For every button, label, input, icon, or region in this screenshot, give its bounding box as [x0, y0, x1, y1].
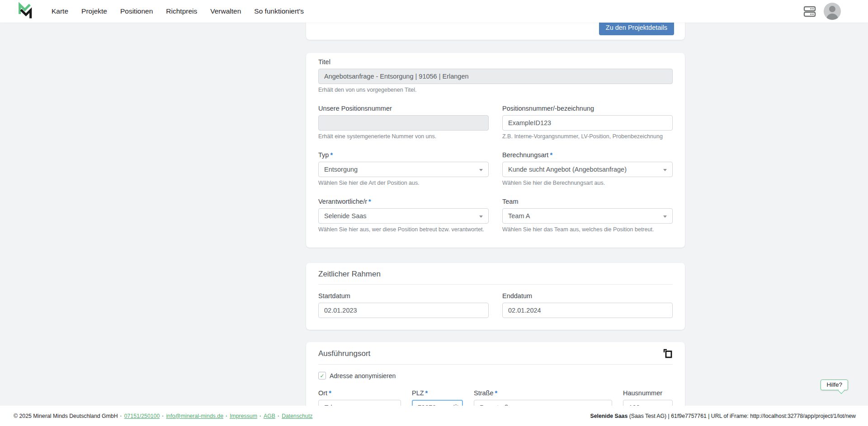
nav-item-karte[interactable]: Karte: [52, 7, 68, 15]
unsere-positionsnummer-field: Unsere Positionsnummer Erhält eine syste…: [318, 105, 489, 140]
copy-icon[interactable]: [663, 349, 673, 359]
berechnungsart-selected-value: Kunde sucht Angebot (Angebotsanfrage): [508, 166, 627, 173]
avatar-head: [829, 6, 835, 12]
verantwortliche-helper: Wählen Sie hier aus, wer diese Position …: [318, 226, 489, 233]
separator: ·: [259, 413, 261, 419]
nav-item-verwalten[interactable]: Verwalten: [210, 7, 241, 15]
required-marker: *: [330, 151, 333, 159]
team-select[interactable]: Team A: [502, 208, 673, 224]
help-bubble[interactable]: Hilfe?: [821, 379, 848, 390]
session-info: Selenide Saas (Saas Test AG) | 61f9e7757…: [590, 413, 856, 419]
required-marker: *: [329, 389, 331, 397]
avatar-body: [826, 14, 838, 20]
agb-link[interactable]: AGB: [264, 413, 275, 419]
berechnungsart-helper: Wählen Sie hier die Berechnungsart aus.: [502, 180, 673, 186]
anonymize-checkbox-row[interactable]: ✓ Adresse anonymisieren: [318, 372, 673, 379]
strasse-field: Straße*: [474, 389, 612, 406]
timeframe-title: Zeitlicher Rahmen: [318, 270, 673, 279]
startdatum-input[interactable]: [318, 303, 489, 318]
separator: ·: [120, 413, 122, 419]
hausnummer-input[interactable]: [623, 400, 673, 406]
main-menu: Karte Projekte Positionen Richtpreis Ver…: [52, 7, 304, 15]
checkmark-icon: ✓: [320, 373, 324, 379]
berechnungsart-label: Berechnungsart*: [502, 151, 673, 159]
separator: ·: [226, 413, 227, 419]
anonymize-label: Adresse anonymisieren: [330, 372, 396, 379]
location-card: Ausführungsort ✓ Adresse anonymisieren: [306, 342, 685, 406]
positionsnummer-field: Positionsnummer/-bezeichnung Z.B. Intern…: [502, 105, 673, 140]
strasse-label: Straße*: [474, 389, 612, 397]
session-user-detail: (Saas Test AG) | 61f9e7757761 | URL of i…: [629, 413, 856, 419]
verantwortliche-label: Verantwortliche/r*: [318, 198, 489, 205]
separator: ·: [162, 413, 164, 419]
user-avatar-icon[interactable]: [824, 3, 841, 20]
typ-select[interactable]: Entsorgung: [318, 162, 489, 177]
typ-helper: Wählen Sie hier die Art der Position aus…: [318, 180, 489, 186]
help-label: Hilfe?: [826, 381, 842, 388]
unsere-positionsnummer-input: [318, 115, 489, 131]
project-banner-card: Zu den Projektdetails: [306, 23, 685, 40]
enddatum-input[interactable]: [502, 303, 673, 318]
strasse-input[interactable]: [474, 400, 612, 406]
berechnungsart-select[interactable]: Kunde sucht Angebot (Angebotsanfrage): [502, 162, 673, 177]
nav-item-positionen[interactable]: Positionen: [120, 7, 153, 15]
chevron-down-icon: [663, 169, 667, 171]
nav-item-so-funktionierts[interactable]: So funktioniert's: [254, 7, 304, 15]
typ-label: Typ*: [318, 151, 489, 159]
impressum-link[interactable]: Impressum: [230, 413, 257, 419]
timeframe-card: Zeitlicher Rahmen Startdatum Enddatum: [306, 263, 685, 330]
unsere-positionsnummer-helper: Erhält eine systemgenerierte Nummer von …: [318, 133, 489, 140]
verantwortliche-select[interactable]: Selenide Saas: [318, 208, 489, 224]
divider: [318, 364, 673, 365]
typ-selected-value: Entsorgung: [324, 166, 358, 173]
team-label: Team: [502, 198, 673, 205]
unsere-positionsnummer-label: Unsere Positionsnummer: [318, 105, 489, 112]
required-marker: *: [368, 198, 371, 205]
enddatum-label: Enddatum: [502, 292, 673, 300]
divider: [318, 284, 673, 285]
page-footer: © 2025 Mineral Minds Deutschland GmbH · …: [0, 406, 868, 426]
anonymize-checkbox[interactable]: ✓: [318, 372, 326, 379]
session-user-name: Selenide Saas: [590, 413, 628, 419]
required-marker: *: [550, 151, 552, 159]
ort-label: Ort*: [318, 389, 401, 397]
hausnummer-label: Hausnummer: [623, 389, 673, 397]
verantwortliche-selected-value: Selenide Saas: [324, 212, 367, 220]
positionsnummer-helper: Z.B. Interne-Vorgangsnummer, LV-Position…: [502, 133, 673, 140]
nav-item-projekte[interactable]: Projekte: [81, 7, 107, 15]
positionsnummer-label: Positionsnummer/-bezeichnung: [502, 105, 673, 112]
mineral-minds-logo-icon[interactable]: [16, 2, 33, 21]
titel-label: Titel: [318, 58, 673, 66]
chevron-down-icon: [479, 215, 483, 218]
positionsnummer-input[interactable]: [502, 115, 673, 131]
hausnummer-field: Hausnummer: [623, 389, 673, 406]
chevron-down-icon: [663, 215, 667, 218]
plz-label: PLZ*: [412, 389, 463, 397]
berechnungsart-field: Berechnungsart* Kunde sucht Angebot (Ang…: [502, 151, 673, 186]
titel-field: Titel Erhält den von uns vorgegebenen Ti…: [318, 58, 673, 93]
location-title: Ausführungsort: [318, 349, 370, 358]
server-rack-icon[interactable]: [803, 5, 816, 18]
team-field: Team Team A Wählen Sie hier das Team aus…: [502, 198, 673, 233]
team-helper: Wählen Sie hier das Team aus, welches di…: [502, 226, 673, 233]
nav-item-richtpreis[interactable]: Richtpreis: [166, 7, 197, 15]
separator: ·: [278, 413, 279, 419]
copyright-text: © 2025 Mineral Minds Deutschland GmbH: [14, 413, 118, 419]
datenschutz-link[interactable]: Datenschutz: [282, 413, 312, 419]
titel-input: [318, 69, 673, 84]
ort-field: Ort*: [318, 389, 401, 406]
project-details-button[interactable]: Zu den Projektdetails: [599, 23, 674, 35]
top-navigation: Karte Projekte Positionen Richtpreis Ver…: [0, 0, 868, 23]
page-body: Zu den Projektdetails Titel Erhält den v…: [0, 23, 868, 406]
startdatum-field: Startdatum: [318, 292, 489, 318]
plz-field: PLZ*: [412, 389, 463, 406]
enddatum-field: Enddatum: [502, 292, 673, 318]
phone-link[interactable]: 07151/250100: [124, 413, 160, 419]
verantwortliche-field: Verantwortliche/r* Selenide Saas Wählen …: [318, 198, 489, 233]
position-form-card: Titel Erhält den von uns vorgegebenen Ti…: [306, 53, 685, 248]
ort-input[interactable]: [318, 400, 401, 406]
email-link[interactable]: info@mineral-minds.de: [166, 413, 223, 419]
chevron-down-icon: [479, 169, 483, 171]
required-marker: *: [495, 389, 498, 397]
startdatum-label: Startdatum: [318, 292, 489, 300]
